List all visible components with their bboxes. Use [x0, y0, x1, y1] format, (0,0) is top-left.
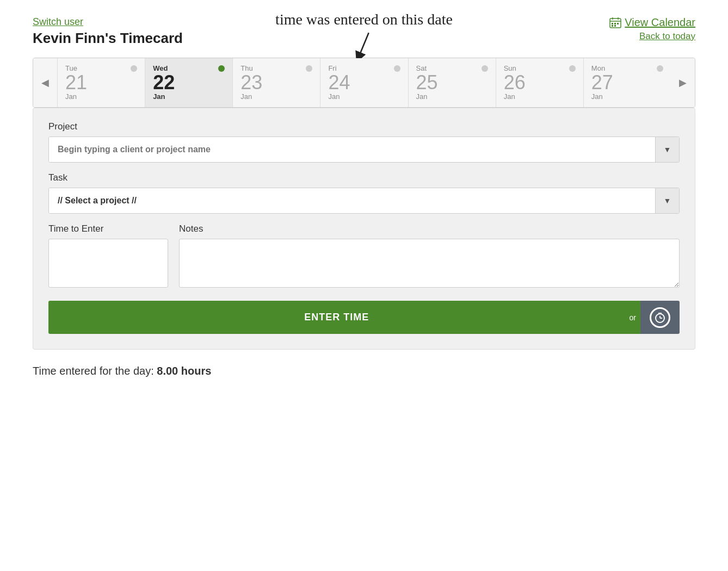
or-label: or — [625, 301, 640, 334]
page-header: Switch user Kevin Finn's Timecard time w… — [33, 16, 695, 47]
time-input[interactable] — [48, 239, 168, 288]
annotation-area: time was entered on this date — [275, 11, 453, 63]
date-dot — [306, 65, 312, 72]
date-number: 27 — [591, 73, 613, 92]
date-month: Jan — [153, 92, 165, 101]
header-left: Switch user Kevin Finn's Timecard — [33, 16, 183, 47]
svg-rect-6 — [614, 23, 616, 24]
date-month: Jan — [591, 92, 603, 101]
svg-rect-5 — [612, 23, 613, 24]
page-title: Kevin Finn's Timecard — [33, 30, 183, 47]
date-dot — [657, 65, 663, 72]
date-number: 25 — [416, 73, 438, 92]
date-cell-mon-jan-27[interactable]: Mon 27 Jan — [583, 58, 671, 107]
back-to-today-link[interactable]: Back to today — [609, 31, 695, 42]
timer-button[interactable] — [640, 301, 680, 334]
task-select-wrapper: ▼ — [48, 188, 680, 214]
next-date-button[interactable]: ▶ — [671, 58, 695, 107]
task-input[interactable] — [49, 188, 655, 213]
project-input[interactable] — [49, 137, 655, 162]
calendar-icon — [609, 17, 621, 29]
project-label: Project — [48, 121, 680, 132]
task-label: Task — [48, 172, 680, 183]
date-dot-active — [218, 65, 225, 72]
svg-rect-9 — [614, 25, 616, 27]
view-calendar-label: View Calendar — [625, 16, 695, 29]
time-entered-hours: 8.00 hours — [157, 365, 211, 377]
timecard-form: Project ▼ Task ▼ Time to Enter Notes ENT… — [33, 108, 695, 350]
svg-rect-7 — [617, 23, 619, 24]
project-dropdown-button[interactable]: ▼ — [655, 137, 679, 162]
date-month: Jan — [416, 92, 428, 101]
annotation-text: time was entered on this date — [275, 11, 453, 28]
date-month: Jan — [65, 92, 77, 101]
date-cell-sun-jan-26[interactable]: Sun 26 Jan — [496, 58, 583, 107]
notes-field-container: Notes — [179, 224, 680, 290]
timer-icon — [650, 307, 670, 328]
bottom-fields: Time to Enter Notes — [48, 224, 680, 290]
enter-time-row: ENTER TIME or — [48, 301, 680, 334]
footer-text: Time entered for the day: 8.00 hours — [33, 365, 695, 377]
task-dropdown-button[interactable]: ▼ — [655, 188, 679, 213]
date-month: Jan — [240, 92, 252, 101]
date-number: 23 — [240, 73, 262, 92]
date-number: 22 — [153, 73, 175, 92]
date-number: 21 — [65, 73, 87, 92]
notes-label: Notes — [179, 224, 680, 234]
prev-date-button[interactable]: ◀ — [33, 58, 57, 107]
enter-time-button[interactable]: ENTER TIME — [48, 301, 625, 334]
date-cell-sat-jan-25[interactable]: Sat 25 Jan — [408, 58, 496, 107]
header-right: View Calendar Back to today — [609, 16, 695, 42]
time-label: Time to Enter — [48, 224, 168, 234]
date-dot — [569, 65, 576, 72]
date-number: 26 — [504, 73, 526, 92]
svg-line-0 — [359, 33, 369, 57]
date-dot — [482, 65, 488, 72]
date-dot — [131, 65, 137, 72]
notes-input[interactable] — [179, 239, 680, 288]
date-number: 24 — [328, 73, 350, 92]
time-entered-label: Time entered for the day: — [33, 365, 154, 377]
date-month: Jan — [504, 92, 515, 101]
date-navigation: ◀ Tue 21 Jan Wed 22 Jan Thu 23 Jan — [33, 58, 695, 108]
date-cell-tue-jan-21[interactable]: Tue 21 Jan — [57, 58, 145, 107]
switch-user-link[interactable]: Switch user — [33, 16, 83, 28]
date-cells: Tue 21 Jan Wed 22 Jan Thu 23 Jan Fri — [57, 58, 671, 107]
date-cell-fri-jan-24[interactable]: Fri 24 Jan — [320, 58, 408, 107]
view-calendar-link[interactable]: View Calendar — [609, 16, 695, 29]
project-select-wrapper: ▼ — [48, 136, 680, 163]
time-field-container: Time to Enter — [48, 224, 168, 290]
date-cell-wed-jan-22[interactable]: Wed 22 Jan — [145, 58, 232, 107]
date-month: Jan — [328, 92, 340, 101]
date-cell-thu-jan-23[interactable]: Thu 23 Jan — [232, 58, 320, 107]
date-dot — [394, 65, 400, 72]
svg-rect-8 — [612, 25, 613, 27]
stopwatch-icon — [655, 312, 665, 323]
